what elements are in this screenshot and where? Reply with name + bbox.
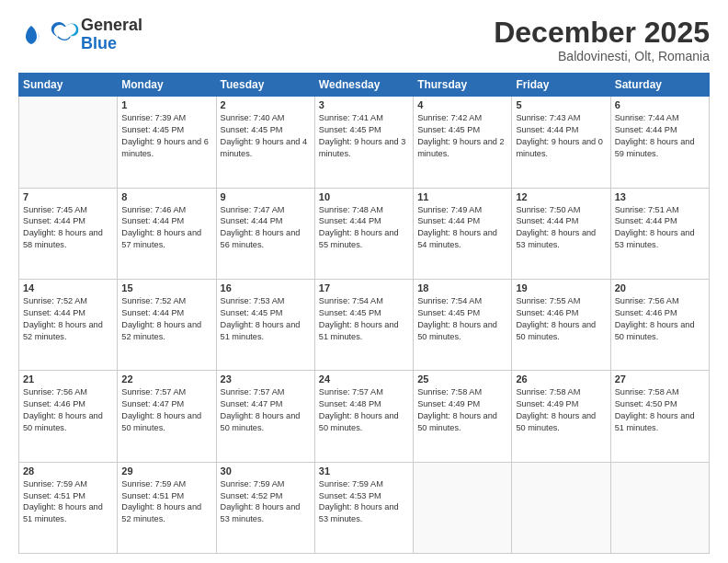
day-number: 28	[23, 465, 113, 477]
cell-info: Sunrise: 7:44 AMSunset: 4:44 PMDaylight:…	[615, 112, 705, 160]
cell-info: Sunrise: 7:53 AMSunset: 4:45 PMDaylight:…	[221, 295, 311, 343]
cell-5-2: 29Sunrise: 7:59 AMSunset: 4:51 PMDayligh…	[118, 462, 216, 553]
location: Baldovinesti, Olt, Romania	[494, 49, 710, 63]
logo-text: General Blue	[81, 17, 142, 53]
month-title: December 2025	[494, 17, 710, 49]
logo-general: General	[81, 17, 142, 35]
cell-info: Sunrise: 7:58 AMSunset: 4:49 PMDaylight:…	[417, 386, 507, 434]
week-row-5: 28Sunrise: 7:59 AMSunset: 4:51 PMDayligh…	[19, 462, 710, 553]
day-number: 10	[319, 191, 409, 202]
week-row-2: 7Sunrise: 7:45 AMSunset: 4:44 PMDaylight…	[19, 188, 710, 279]
cell-2-4: 10Sunrise: 7:48 AMSunset: 4:44 PMDayligh…	[314, 188, 413, 279]
header: General Blue December 2025 Baldovinesti,…	[18, 17, 710, 63]
day-number: 11	[417, 191, 507, 202]
day-number: 21	[23, 373, 113, 385]
cell-info: Sunrise: 7:42 AMSunset: 4:45 PMDaylight:…	[417, 112, 507, 160]
day-number: 26	[516, 373, 606, 385]
cell-3-4: 17Sunrise: 7:54 AMSunset: 4:45 PMDayligh…	[314, 279, 413, 370]
cell-info: Sunrise: 7:52 AMSunset: 4:44 PMDaylight:…	[23, 295, 113, 343]
logo-bird-icon	[48, 18, 81, 52]
cell-2-6: 12Sunrise: 7:50 AMSunset: 4:44 PMDayligh…	[512, 188, 610, 279]
week-row-3: 14Sunrise: 7:52 AMSunset: 4:44 PMDayligh…	[19, 279, 710, 370]
day-number: 17	[319, 282, 409, 293]
cell-2-5: 11Sunrise: 7:49 AMSunset: 4:44 PMDayligh…	[414, 188, 512, 279]
col-friday: Friday	[512, 74, 610, 97]
day-number: 13	[615, 191, 705, 202]
cell-info: Sunrise: 7:41 AMSunset: 4:45 PMDaylight:…	[319, 112, 409, 160]
day-number: 14	[23, 282, 113, 293]
cell-4-1: 21Sunrise: 7:56 AMSunset: 4:46 PMDayligh…	[19, 371, 118, 462]
cell-info: Sunrise: 7:54 AMSunset: 4:45 PMDaylight:…	[417, 295, 507, 343]
day-number: 25	[417, 373, 507, 385]
cell-5-1: 28Sunrise: 7:59 AMSunset: 4:51 PMDayligh…	[19, 462, 118, 553]
col-saturday: Saturday	[610, 74, 709, 97]
logo-blue: Blue	[81, 35, 142, 53]
cell-4-5: 25Sunrise: 7:58 AMSunset: 4:49 PMDayligh…	[414, 371, 512, 462]
cell-info: Sunrise: 7:57 AMSunset: 4:48 PMDaylight:…	[319, 386, 409, 434]
cell-3-6: 19Sunrise: 7:55 AMSunset: 4:46 PMDayligh…	[512, 279, 610, 370]
day-number: 16	[221, 282, 311, 293]
week-row-4: 21Sunrise: 7:56 AMSunset: 4:46 PMDayligh…	[19, 371, 710, 462]
cell-2-7: 13Sunrise: 7:51 AMSunset: 4:44 PMDayligh…	[610, 188, 709, 279]
cell-info: Sunrise: 7:49 AMSunset: 4:44 PMDaylight:…	[417, 204, 507, 252]
day-number: 6	[615, 99, 705, 110]
day-number: 24	[319, 373, 409, 385]
cell-info: Sunrise: 7:47 AMSunset: 4:44 PMDaylight:…	[221, 204, 311, 252]
cell-info: Sunrise: 7:59 AMSunset: 4:51 PMDaylight:…	[121, 478, 211, 526]
cell-info: Sunrise: 7:59 AMSunset: 4:51 PMDaylight:…	[23, 478, 113, 526]
cell-info: Sunrise: 7:48 AMSunset: 4:44 PMDaylight:…	[319, 204, 409, 252]
cell-info: Sunrise: 7:43 AMSunset: 4:44 PMDaylight:…	[516, 112, 606, 160]
day-number: 18	[417, 282, 507, 293]
cell-4-3: 23Sunrise: 7:57 AMSunset: 4:47 PMDayligh…	[216, 371, 314, 462]
cell-2-3: 9Sunrise: 7:47 AMSunset: 4:44 PMDaylight…	[216, 188, 314, 279]
cell-3-1: 14Sunrise: 7:52 AMSunset: 4:44 PMDayligh…	[19, 279, 118, 370]
cell-5-4: 31Sunrise: 7:59 AMSunset: 4:53 PMDayligh…	[314, 462, 413, 553]
cell-info: Sunrise: 7:45 AMSunset: 4:44 PMDaylight:…	[23, 204, 113, 252]
cell-info: Sunrise: 7:52 AMSunset: 4:44 PMDaylight:…	[121, 295, 211, 343]
cell-info: Sunrise: 7:58 AMSunset: 4:50 PMDaylight:…	[615, 386, 705, 434]
week-row-1: 1Sunrise: 7:39 AMSunset: 4:45 PMDaylight…	[19, 97, 710, 188]
day-number: 31	[319, 465, 409, 477]
day-number: 1	[121, 99, 211, 110]
cell-3-7: 20Sunrise: 7:56 AMSunset: 4:46 PMDayligh…	[610, 279, 709, 370]
day-number: 12	[516, 191, 606, 202]
cell-5-6	[512, 462, 610, 553]
day-number: 5	[516, 99, 606, 110]
cell-5-5	[414, 462, 512, 553]
cell-info: Sunrise: 7:59 AMSunset: 4:53 PMDaylight:…	[319, 478, 409, 526]
cell-info: Sunrise: 7:57 AMSunset: 4:47 PMDaylight:…	[121, 386, 211, 434]
day-number: 7	[23, 191, 113, 202]
cell-1-7: 6Sunrise: 7:44 AMSunset: 4:44 PMDaylight…	[610, 97, 709, 188]
cell-info: Sunrise: 7:59 AMSunset: 4:52 PMDaylight:…	[221, 478, 311, 526]
calendar-page: General Blue December 2025 Baldovinesti,…	[0, 0, 728, 563]
day-number: 30	[221, 465, 311, 477]
title-block: December 2025 Baldovinesti, Olt, Romania	[494, 17, 710, 63]
day-number: 8	[121, 191, 211, 202]
cell-3-3: 16Sunrise: 7:53 AMSunset: 4:45 PMDayligh…	[216, 279, 314, 370]
day-number: 22	[121, 373, 211, 385]
cell-info: Sunrise: 7:40 AMSunset: 4:45 PMDaylight:…	[221, 112, 311, 160]
cell-info: Sunrise: 7:51 AMSunset: 4:44 PMDaylight:…	[615, 204, 705, 252]
day-number: 2	[221, 99, 311, 110]
header-row: Sunday Monday Tuesday Wednesday Thursday…	[19, 74, 710, 97]
cell-5-7	[610, 462, 709, 553]
day-number: 15	[121, 282, 211, 293]
cell-info: Sunrise: 7:56 AMSunset: 4:46 PMDaylight:…	[23, 386, 113, 434]
calendar-table: Sunday Monday Tuesday Wednesday Thursday…	[18, 73, 710, 554]
col-wednesday: Wednesday	[314, 74, 413, 97]
cell-info: Sunrise: 7:56 AMSunset: 4:46 PMDaylight:…	[615, 295, 705, 343]
day-number: 20	[615, 282, 705, 293]
day-number: 4	[417, 99, 507, 110]
cell-info: Sunrise: 7:57 AMSunset: 4:47 PMDaylight:…	[221, 386, 311, 434]
col-thursday: Thursday	[414, 74, 512, 97]
cell-1-6: 5Sunrise: 7:43 AMSunset: 4:44 PMDaylight…	[512, 97, 610, 188]
day-number: 9	[221, 191, 311, 202]
cell-1-4: 3Sunrise: 7:41 AMSunset: 4:45 PMDaylight…	[314, 97, 413, 188]
cell-info: Sunrise: 7:55 AMSunset: 4:46 PMDaylight:…	[516, 295, 606, 343]
cell-info: Sunrise: 7:58 AMSunset: 4:49 PMDaylight:…	[516, 386, 606, 434]
col-monday: Monday	[118, 74, 216, 97]
cell-1-3: 2Sunrise: 7:40 AMSunset: 4:45 PMDaylight…	[216, 97, 314, 188]
cell-info: Sunrise: 7:54 AMSunset: 4:45 PMDaylight:…	[319, 295, 409, 343]
logo: General Blue	[18, 17, 142, 53]
cell-info: Sunrise: 7:50 AMSunset: 4:44 PMDaylight:…	[516, 204, 606, 252]
